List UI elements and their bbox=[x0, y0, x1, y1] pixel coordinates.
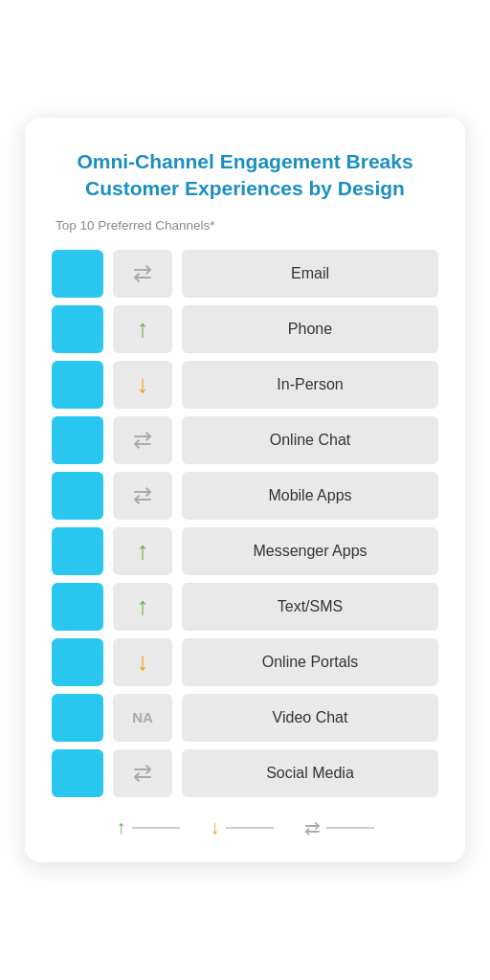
legend: ↑ ↓ ⇄ bbox=[52, 816, 438, 839]
legend-down-line bbox=[226, 827, 274, 829]
channel-color-block bbox=[52, 694, 103, 742]
channel-label: Messenger Apps bbox=[182, 527, 438, 575]
channel-color-block bbox=[52, 749, 103, 797]
trend-na-label: NA bbox=[132, 709, 153, 725]
channel-row: ⇄Social Media bbox=[52, 749, 438, 797]
channel-trend-box: ↑ bbox=[113, 583, 172, 631]
trend-up-icon: ↑ bbox=[137, 314, 149, 344]
channel-label: Mobile Apps bbox=[182, 472, 438, 520]
channel-label: In-Person bbox=[182, 361, 438, 409]
channel-trend-box: ⇄ bbox=[113, 416, 172, 464]
channel-trend-box: ↓ bbox=[113, 361, 172, 409]
card-title: Omni-Channel Engagement Breaks Customer … bbox=[52, 148, 438, 201]
legend-swap-line bbox=[326, 827, 374, 829]
channel-color-block bbox=[52, 638, 103, 686]
channel-label: Social Media bbox=[182, 749, 438, 797]
channel-label: Text/SMS bbox=[182, 583, 438, 631]
trend-swap-icon: ⇄ bbox=[133, 760, 152, 787]
legend-down-icon: ↓ bbox=[211, 816, 220, 838]
channel-row: ↑Text/SMS bbox=[52, 583, 438, 631]
legend-up-icon: ↑ bbox=[117, 816, 126, 838]
channel-color-block bbox=[52, 527, 103, 575]
channel-trend-box: NA bbox=[113, 694, 172, 742]
channel-list: ⇄Email↑Phone↓In-Person⇄Online Chat⇄Mobil… bbox=[52, 250, 438, 797]
channel-trend-box: ↓ bbox=[113, 638, 172, 686]
channel-color-block bbox=[52, 250, 103, 298]
legend-down: ↓ bbox=[211, 816, 274, 838]
channel-row: ⇄Email bbox=[52, 250, 438, 298]
channel-row: ↓In-Person bbox=[52, 361, 438, 409]
channel-row: ⇄Online Chat bbox=[52, 416, 438, 464]
legend-swap: ⇄ bbox=[304, 816, 374, 839]
card-subtitle: Top 10 Preferred Channels* bbox=[56, 218, 438, 233]
legend-up-line bbox=[132, 827, 180, 829]
channel-color-block bbox=[52, 416, 103, 464]
channel-color-block bbox=[52, 583, 103, 631]
trend-up-icon: ↑ bbox=[137, 536, 149, 566]
trend-swap-icon: ⇄ bbox=[133, 260, 152, 287]
trend-down-icon: ↓ bbox=[137, 369, 149, 399]
channel-label: Video Chat bbox=[182, 694, 438, 742]
trend-swap-icon: ⇄ bbox=[133, 427, 152, 454]
channel-label: Online Chat bbox=[182, 416, 438, 464]
channel-row: ↓Online Portals bbox=[52, 638, 438, 686]
channel-row: NAVideo Chat bbox=[52, 694, 438, 742]
trend-up-icon: ↑ bbox=[137, 591, 149, 621]
channel-label: Email bbox=[182, 250, 438, 298]
channel-trend-box: ⇄ bbox=[113, 250, 172, 298]
channel-trend-box: ⇄ bbox=[113, 749, 172, 797]
trend-swap-icon: ⇄ bbox=[133, 482, 152, 509]
trend-down-icon: ↓ bbox=[137, 647, 149, 677]
channel-color-block bbox=[52, 472, 103, 520]
channel-trend-box: ↑ bbox=[113, 527, 172, 575]
channel-color-block bbox=[52, 305, 103, 353]
legend-up: ↑ bbox=[117, 816, 180, 838]
legend-swap-icon: ⇄ bbox=[304, 816, 321, 839]
main-card: Omni-Channel Engagement Breaks Customer … bbox=[25, 118, 465, 862]
channel-row: ↑Phone bbox=[52, 305, 438, 353]
channel-label: Online Portals bbox=[182, 638, 438, 686]
channel-label: Phone bbox=[182, 305, 438, 353]
channel-color-block bbox=[52, 361, 103, 409]
channel-row: ⇄Mobile Apps bbox=[52, 472, 438, 520]
channel-trend-box: ↑ bbox=[113, 305, 172, 353]
channel-trend-box: ⇄ bbox=[113, 472, 172, 520]
channel-row: ↑Messenger Apps bbox=[52, 527, 438, 575]
